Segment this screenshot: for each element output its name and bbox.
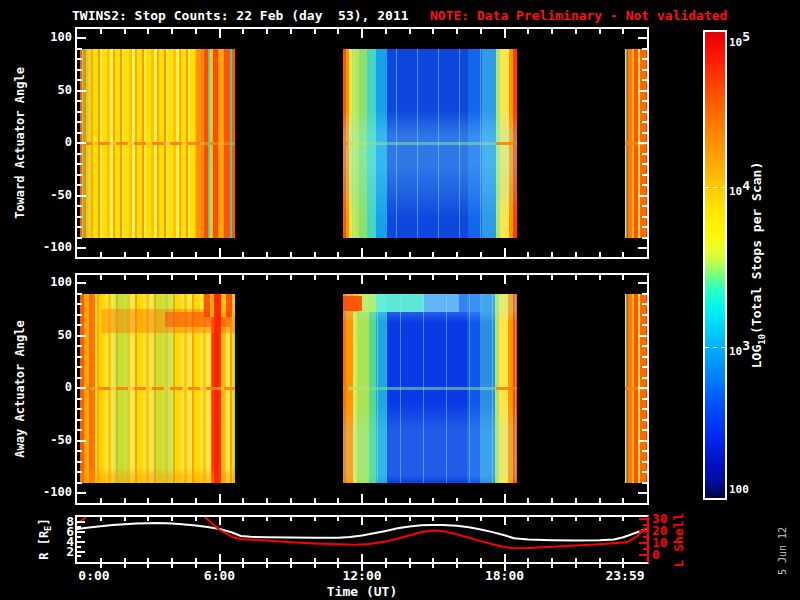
r-tick-label: 2 (40, 544, 74, 559)
axis-tick (527, 29, 529, 34)
axis-tick (147, 275, 149, 280)
away-spectrogram-panel (77, 275, 647, 503)
axis-tick (432, 558, 434, 562)
x-tick-label: 23:59 (590, 568, 660, 583)
heatmap-feature-band (343, 296, 362, 312)
axis-tick (622, 252, 624, 257)
axis-tick (77, 398, 82, 400)
y-tick-label: 100 (30, 30, 72, 44)
axis-tick (77, 111, 82, 113)
axis-tick (642, 345, 647, 347)
axis-tick (266, 275, 268, 280)
axis-tick (642, 132, 647, 134)
axis-tick (124, 275, 126, 280)
y-tick-label: 0 (30, 380, 72, 394)
colorbar-tick-label: 105 (729, 29, 750, 49)
axis-tick (290, 252, 292, 257)
axis-tick (527, 252, 529, 257)
heatmap-feature-hline (343, 142, 517, 145)
axis-tick (147, 558, 149, 562)
axis-tick (551, 252, 553, 257)
axis-tick (575, 517, 577, 521)
axis-tick (77, 419, 82, 421)
axis-tick (622, 498, 624, 503)
x-axis-label: Time (UT) (77, 584, 647, 599)
axis-tick (432, 275, 434, 280)
axis-tick (77, 521, 85, 523)
axis-tick (77, 429, 82, 431)
axis-tick (638, 247, 647, 249)
axis-tick (77, 335, 86, 337)
axis-tick (642, 377, 647, 379)
axis-tick (456, 558, 458, 562)
axis-tick (456, 517, 458, 521)
r-re-line (77, 523, 647, 540)
colorbar-tick-line (705, 347, 725, 348)
axis-tick (147, 252, 149, 257)
axis-tick (77, 69, 82, 71)
axis-tick (409, 517, 411, 521)
axis-tick (266, 29, 268, 34)
axis-tick (642, 429, 647, 431)
axis-tick (551, 498, 553, 503)
x-tick-label: 6:00 (185, 568, 255, 583)
axis-tick (409, 498, 411, 503)
axis-tick (638, 142, 647, 144)
axis-tick (361, 248, 363, 257)
axis-tick (77, 174, 82, 176)
axis-tick (527, 517, 529, 521)
axis-tick (77, 216, 82, 218)
heatmap-segment (343, 49, 517, 238)
axis-tick (171, 252, 173, 257)
y-tick-label: 0 (30, 135, 72, 149)
axis-tick (599, 558, 601, 562)
axis-tick (314, 564, 316, 568)
axis-tick (77, 79, 82, 81)
axis-tick (527, 275, 529, 280)
axis-tick (642, 58, 647, 60)
axis-tick (77, 184, 82, 186)
axis-tick (77, 377, 82, 379)
axis-tick (622, 558, 624, 562)
axis-tick (638, 195, 647, 197)
axis-tick (638, 335, 647, 337)
axis-tick (77, 142, 86, 144)
axis-tick (409, 558, 411, 562)
axis-tick (622, 517, 624, 521)
axis-tick (409, 29, 411, 34)
axis-tick (290, 275, 292, 280)
axis-tick (77, 90, 86, 92)
axis-tick (409, 252, 411, 257)
colorbar-tick-label: 104 (729, 178, 750, 198)
axis-tick (77, 58, 82, 60)
toward-spectrogram-panel (77, 29, 647, 257)
date-stamp: 5 Jun 12 (777, 527, 788, 575)
colorbar-tick-label: 100 (729, 483, 749, 496)
axis-tick (77, 226, 82, 228)
colorbar-label: LOG10(Total Stops per Scan) (749, 162, 767, 369)
x-tick-label: 0:00 (59, 568, 129, 583)
axis-tick (642, 237, 647, 239)
axis-tick (409, 275, 411, 280)
l-shell-tick (643, 524, 647, 526)
axis-tick (599, 517, 601, 521)
axis-tick (504, 248, 506, 257)
y-tick-label: -100 (30, 485, 72, 499)
axis-tick (638, 37, 647, 39)
heatmap-segment (80, 294, 235, 483)
axis-tick (642, 450, 647, 452)
axis-tick (314, 29, 316, 34)
away-y-axis-label: Away Actuator Angle (13, 320, 27, 457)
axis-tick (195, 275, 197, 280)
axis-tick (385, 252, 387, 257)
axis-tick (195, 29, 197, 34)
axis-tick (266, 564, 268, 568)
axis-tick (456, 29, 458, 34)
heatmap-feature-band (353, 294, 482, 313)
axis-tick (314, 275, 316, 280)
axis-tick (575, 564, 577, 568)
axis-tick (361, 29, 363, 38)
axis-tick (642, 163, 647, 165)
axis-tick (432, 252, 434, 257)
heatmap-segment (80, 49, 235, 238)
